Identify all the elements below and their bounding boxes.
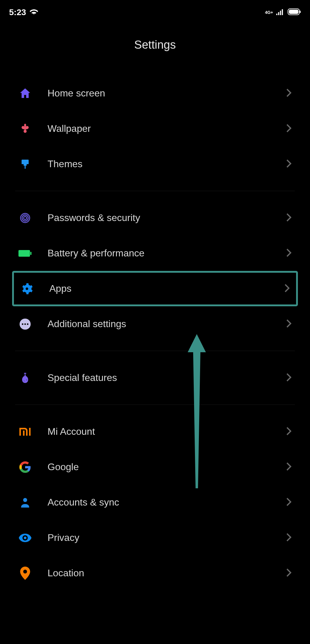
svg-rect-2 [280,11,281,15]
chevron-right-icon [286,532,292,543]
settings-item-google[interactable]: Google [15,449,295,485]
settings-item-label: Home screen [48,88,286,99]
fingerprint-icon [18,211,32,225]
mi-icon [18,425,32,438]
svg-rect-5 [289,10,298,14]
eye-icon [18,531,32,545]
settings-item-location[interactable]: Location [15,555,295,591]
status-right: 4G+ [265,8,301,17]
home-icon [18,86,32,100]
settings-item-passwords-security[interactable]: Passwords & security [15,200,295,236]
svg-point-8 [24,216,27,220]
svg-point-17 [27,323,28,325]
svg-rect-11 [18,250,30,257]
settings-item-label: Privacy [48,532,286,543]
page-title: Settings [0,20,310,76]
settings-item-label: Apps [49,283,284,294]
settings-item-label: Battery & performance [48,248,286,259]
network-type-label: 4G+ [265,10,273,15]
status-left: 5:23 [9,8,38,17]
svg-rect-6 [300,11,301,13]
divider [15,405,295,405]
chevron-right-icon [286,248,292,259]
chevron-right-icon [286,497,292,508]
flask-icon [18,371,32,385]
status-bar: 5:23 4G+ [0,0,310,20]
chevron-right-icon [286,568,292,579]
battery-icon [18,246,32,260]
divider [15,191,295,191]
svg-point-9 [22,215,28,221]
svg-point-18 [26,379,27,380]
chevron-right-icon [286,213,292,223]
settings-item-apps[interactable]: Apps [12,271,298,306]
settings-item-label: Themes [48,158,286,170]
chevron-right-icon [286,462,292,473]
chevron-right-icon [286,123,292,134]
settings-item-label: Google [48,461,286,473]
settings-item-additional-settings[interactable]: Additional settings [15,306,295,342]
svg-point-15 [22,323,23,325]
settings-item-label: Special features [48,372,286,383]
svg-rect-0 [276,14,278,15]
chevron-right-icon [286,372,292,383]
pin-icon [18,566,32,580]
settings-item-label: Location [48,568,286,579]
battery-icon [288,8,301,17]
settings-item-label: Wallpaper [48,123,286,134]
signal-icon [276,8,285,17]
settings-list: Home screen Wallpaper Themes Passwords &… [0,76,310,591]
settings-item-label: Additional settings [48,318,286,330]
chevron-right-icon [286,88,292,99]
svg-point-16 [24,323,26,325]
divider [15,351,295,351]
svg-rect-12 [30,252,31,255]
settings-item-battery-performance[interactable]: Battery & performance [15,236,295,271]
brush-icon [18,157,32,171]
settings-item-label: Accounts & sync [48,497,286,508]
settings-item-special-features[interactable]: Special features [15,360,295,395]
svg-point-22 [24,536,26,539]
flower-icon [18,122,32,135]
gear-icon [20,282,34,295]
status-time: 5:23 [9,8,26,17]
person-icon [18,496,32,509]
google-icon [18,460,32,474]
settings-item-home-screen[interactable]: Home screen [15,76,295,111]
settings-item-mi-account[interactable]: Mi Account [15,414,295,449]
chevron-right-icon [284,283,290,294]
svg-rect-1 [278,12,279,15]
svg-point-19 [24,380,25,381]
settings-item-privacy[interactable]: Privacy [15,520,295,555]
wifi-icon [30,8,38,17]
svg-point-13 [25,287,28,290]
settings-item-label: Passwords & security [48,212,286,223]
svg-point-21 [23,498,27,502]
svg-rect-3 [282,9,283,15]
settings-item-label: Mi Account [48,426,286,437]
settings-item-wallpaper[interactable]: Wallpaper [15,111,295,146]
chevron-right-icon [286,426,292,437]
chevron-right-icon [286,319,292,330]
settings-item-accounts-sync[interactable]: Accounts & sync [15,485,295,520]
chevron-right-icon [286,159,292,170]
svg-rect-7 [21,160,28,164]
settings-item-themes[interactable]: Themes [15,146,295,182]
more-icon [18,317,32,331]
svg-rect-20 [29,428,31,436]
